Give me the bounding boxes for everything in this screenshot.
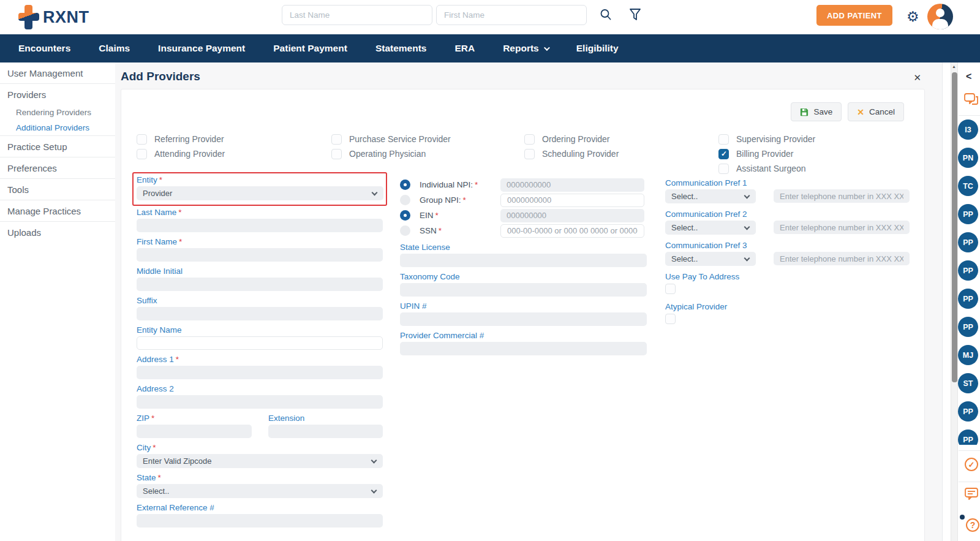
checkbox-assistant-surgeon[interactable]: Assistant Surgeon bbox=[718, 163, 815, 174]
check-circle-icon[interactable]: ✓ bbox=[965, 458, 978, 471]
gear-icon[interactable]: ⚙ bbox=[907, 6, 919, 27]
sidebar-item-preferences[interactable]: Preferences bbox=[0, 157, 115, 178]
chat-bubbles-icon[interactable] bbox=[963, 92, 979, 108]
comm-pref-1-phone-field[interactable] bbox=[774, 189, 910, 203]
external-reference-field[interactable] bbox=[137, 514, 383, 528]
add-patient-button[interactable]: ADD PATIENT bbox=[816, 5, 892, 26]
nav-claims[interactable]: Claims bbox=[99, 43, 130, 54]
add-providers-form-card: Save ✕ Cancel Referring Provider Attendi… bbox=[121, 89, 925, 541]
nav-patient-payment[interactable]: Patient Payment bbox=[273, 43, 347, 54]
suffix-field[interactable] bbox=[137, 307, 383, 320]
use-pay-to-address-checkbox[interactable] bbox=[665, 284, 676, 294]
zip-field[interactable] bbox=[137, 425, 252, 438]
message-lines-icon[interactable] bbox=[964, 486, 979, 502]
contact-avatar[interactable]: PP bbox=[958, 401, 978, 422]
ein-field[interactable] bbox=[500, 209, 644, 222]
nav-reports[interactable]: Reports bbox=[503, 43, 548, 54]
sidebar-item-practice-setup[interactable]: Practice Setup bbox=[0, 136, 115, 157]
group-npi-radio[interactable] bbox=[400, 195, 410, 205]
checkbox-box bbox=[331, 149, 342, 159]
comm-pref-3-phone-field[interactable] bbox=[774, 252, 910, 265]
contact-avatar[interactable]: PP bbox=[958, 260, 978, 281]
scroll-up-arrow-icon[interactable]: ▲ bbox=[952, 64, 956, 69]
close-icon[interactable]: ✕ bbox=[913, 72, 921, 83]
contact-avatar[interactable]: PP bbox=[958, 289, 978, 309]
first-name-field[interactable] bbox=[137, 248, 383, 262]
checkbox-operating-physician[interactable]: Operating Physician bbox=[331, 148, 451, 159]
ssn-field[interactable] bbox=[500, 224, 644, 238]
settings-sidebar: User Management Providers Rendering Prov… bbox=[0, 62, 115, 541]
sidebar-item-rendering-providers[interactable]: Rendering Providers bbox=[0, 105, 115, 120]
taxonomy-code-field[interactable] bbox=[400, 283, 647, 297]
provider-commercial-field[interactable] bbox=[400, 342, 647, 355]
address2-field[interactable] bbox=[137, 395, 383, 409]
checkbox-supervising-provider[interactable]: Supervising Provider bbox=[718, 134, 815, 145]
chevron-down-icon bbox=[371, 488, 377, 494]
contact-avatar[interactable]: ST bbox=[958, 373, 978, 393]
state-license-field[interactable] bbox=[400, 254, 647, 267]
first-name-search-input[interactable] bbox=[436, 5, 587, 25]
sidebar-item-manage-practices[interactable]: Manage Practices bbox=[0, 200, 115, 221]
sidebar-item-tools[interactable]: Tools bbox=[0, 179, 115, 200]
sidebar-item-additional-providers[interactable]: Additional Providers bbox=[0, 120, 115, 135]
checkbox-referring-provider[interactable]: Referring Provider bbox=[137, 134, 225, 145]
divider bbox=[959, 450, 980, 451]
extension-field[interactable] bbox=[268, 425, 383, 438]
contact-avatar[interactable]: PP bbox=[958, 317, 978, 337]
upin-field[interactable] bbox=[400, 312, 647, 326]
nav-eligibility[interactable]: Eligibility bbox=[576, 43, 619, 54]
chevron-down-icon bbox=[544, 45, 550, 51]
sidebar-item-providers[interactable]: Providers bbox=[0, 84, 115, 105]
atypical-provider-checkbox[interactable] bbox=[665, 314, 676, 324]
form-column-middle: Individual NPI:* Group NPI:* EIN* SSN* bbox=[400, 177, 647, 360]
cancel-button[interactable]: ✕ Cancel bbox=[848, 102, 904, 121]
comm-pref-1-select[interactable]: Select.. bbox=[665, 189, 756, 203]
comm-pref-2-phone-field[interactable] bbox=[774, 221, 910, 234]
contact-avatar[interactable]: PP bbox=[958, 232, 978, 252]
checkbox-box bbox=[718, 134, 729, 145]
contact-avatar[interactable]: PN bbox=[958, 148, 978, 168]
contact-avatar[interactable]: TC bbox=[958, 176, 978, 196]
individual-npi-radio[interactable] bbox=[400, 180, 410, 190]
entity-name-field[interactable] bbox=[137, 336, 383, 350]
comm-pref-2-select[interactable]: Select.. bbox=[665, 221, 756, 235]
individual-npi-field[interactable] bbox=[500, 178, 644, 192]
last-name-search-input[interactable] bbox=[282, 5, 432, 25]
ein-radio[interactable] bbox=[400, 210, 410, 221]
checkbox-purchase-service-provider[interactable]: Purchase Service Provider bbox=[331, 134, 451, 145]
checkbox-ordering-provider[interactable]: Ordering Provider bbox=[524, 134, 619, 145]
rxnt-logo[interactable]: RXNT bbox=[18, 5, 89, 29]
user-avatar[interactable] bbox=[927, 4, 953, 29]
checkbox-scheduling-provider[interactable]: Scheduling Provider bbox=[524, 148, 619, 159]
checkbox-box bbox=[137, 134, 147, 145]
contact-avatar[interactable]: I3 bbox=[958, 119, 978, 140]
nav-insurance-payment[interactable]: Insurance Payment bbox=[158, 43, 245, 54]
checkbox-attending-provider[interactable]: Attending Provider bbox=[137, 148, 225, 159]
middle-initial-field[interactable] bbox=[137, 278, 383, 291]
contact-avatar[interactable]: PP bbox=[958, 429, 978, 445]
checkbox-billing-provider[interactable]: Billing Provider bbox=[718, 148, 815, 159]
sidebar-item-user-management[interactable]: User Management bbox=[0, 62, 115, 83]
rail-collapse-chevron-icon[interactable]: < bbox=[966, 71, 971, 82]
contact-avatar[interactable]: MJ bbox=[958, 345, 978, 365]
vertical-scrollbar-thumb[interactable] bbox=[952, 72, 957, 382]
comm-pref-3-select[interactable]: Select.. bbox=[665, 252, 756, 266]
entity-select[interactable]: Provider bbox=[137, 186, 383, 200]
sidebar-item-uploads[interactable]: Uploads bbox=[0, 222, 115, 243]
filter-icon[interactable] bbox=[628, 8, 642, 21]
search-icon[interactable] bbox=[599, 8, 612, 21]
checkbox-box bbox=[524, 134, 535, 145]
last-name-field[interactable] bbox=[137, 219, 383, 232]
contact-avatar[interactable]: PP bbox=[958, 204, 978, 224]
nav-encounters[interactable]: Encounters bbox=[18, 43, 70, 54]
nav-statements[interactable]: Statements bbox=[375, 43, 427, 54]
save-button[interactable]: Save bbox=[791, 102, 842, 121]
address1-field[interactable] bbox=[137, 366, 383, 379]
cancel-x-icon: ✕ bbox=[857, 107, 864, 117]
state-select[interactable]: Select.. bbox=[137, 484, 383, 498]
group-npi-field[interactable] bbox=[500, 194, 644, 207]
ssn-radio[interactable] bbox=[400, 225, 410, 236]
nav-era[interactable]: ERA bbox=[454, 43, 475, 54]
help-question-icon[interactable]: ? bbox=[966, 518, 979, 532]
city-select[interactable]: Enter Valid Zipcode bbox=[137, 454, 383, 468]
